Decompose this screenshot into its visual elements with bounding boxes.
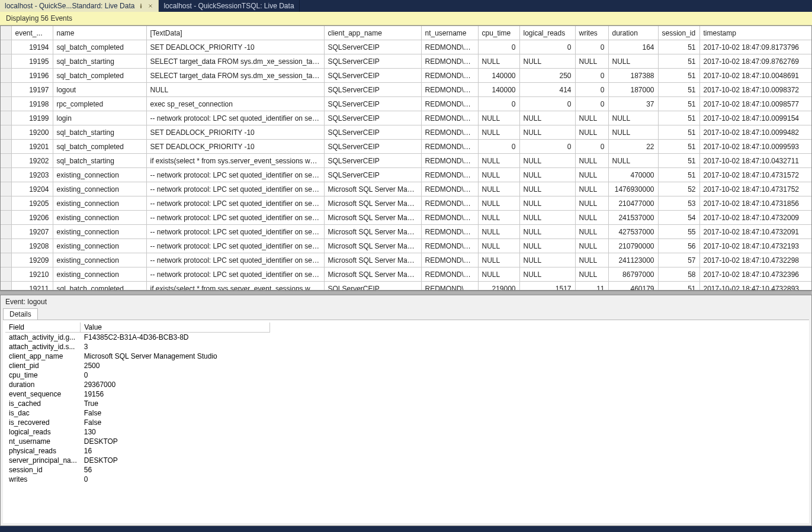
cell-writes[interactable]: 0 [575,40,608,54]
cell-text[interactable]: -- network protocol: LPC set quoted_iden… [146,267,324,282]
cell-name[interactable]: sql_batch_completed [53,282,146,291]
col-nt-username[interactable]: nt_username [421,26,478,40]
details-row[interactable]: client_pid2500 [5,361,270,370]
table-row[interactable]: 19207existing_connection-- network proto… [1,225,812,239]
cell-ts[interactable]: 2017-10-02 18:47:10.4731572 [699,168,812,182]
col-session-id[interactable]: session_id [658,26,699,40]
detail-field[interactable]: client_pid [5,361,81,370]
table-row[interactable]: 19209existing_connection-- network proto… [1,253,812,267]
details-row[interactable]: client_app_nameMicrosoft SQL Server Mana… [5,352,270,361]
cell-reads[interactable]: NULL [519,125,575,140]
cell-sid[interactable]: 51 [658,125,699,140]
cell-seq[interactable]: 19203 [11,168,53,182]
cell-ts[interactable]: 2017-10-02 18:47:10.4731752 [699,182,812,196]
cell-cpu[interactable]: 0 [478,140,519,154]
cell-ts[interactable]: 2017-10-02 18:47:10.4732091 [699,225,812,239]
detail-value[interactable]: True [81,399,270,408]
cell-app[interactable]: SQLServerCEIP [324,83,421,97]
table-row[interactable]: 19205existing_connection-- network proto… [1,196,812,211]
cell-reads[interactable]: NULL [519,111,575,125]
pin-icon[interactable] [138,3,144,9]
rowheader-column[interactable] [1,26,11,40]
cell-writes[interactable]: NULL [575,168,608,182]
cell-user[interactable]: REDMOND\DES... [421,111,478,125]
cell-dur[interactable]: NULL [608,154,658,168]
cell-writes[interactable]: NULL [575,225,608,239]
row-header[interactable] [1,111,11,125]
detail-field[interactable]: writes [5,475,81,484]
cell-ts[interactable]: 2017-10-02 18:47:10.4732193 [699,239,812,253]
cell-dur[interactable]: 210477000 [608,196,658,211]
cell-reads[interactable]: 0 [519,97,575,111]
cell-dur[interactable]: 37 [608,97,658,111]
table-row[interactable]: 19206existing_connection-- network proto… [1,211,812,225]
detail-value[interactable]: 16 [81,446,270,456]
table-row[interactable]: 19197logoutNULLSQLServerCEIPREDMOND\DES.… [1,83,812,97]
cell-dur[interactable]: 210790000 [608,239,658,253]
cell-reads[interactable]: NULL [519,239,575,253]
col-client-app[interactable]: client_app_name [324,26,421,40]
col-textdata[interactable]: [TextData] [146,26,324,40]
cell-writes[interactable]: NULL [575,196,608,211]
table-row[interactable]: 19203existing_connection-- network proto… [1,168,812,182]
col-timestamp[interactable]: timestamp [699,26,812,40]
cell-sid[interactable]: 51 [658,140,699,154]
cell-app[interactable]: Microsoft SQL Server Manage... [324,239,421,253]
cell-cpu[interactable]: NULL [478,267,519,282]
cell-user[interactable]: REDMOND\DES... [421,168,478,182]
row-header[interactable] [1,125,11,140]
cell-user[interactable]: REDMOND\DES... [421,125,478,140]
cell-user[interactable]: REDMOND\DES... [421,182,478,196]
detail-field[interactable]: nt_username [5,437,81,446]
cell-sid[interactable]: 54 [658,211,699,225]
cell-reads[interactable]: 250 [519,69,575,83]
cell-dur[interactable]: 427537000 [608,225,658,239]
cell-user[interactable]: REDMOND\DES... [421,239,478,253]
table-row[interactable]: 19204existing_connection-- network proto… [1,182,812,196]
cell-seq[interactable]: 19211 [11,282,53,291]
row-header[interactable] [1,40,11,54]
cell-user[interactable]: REDMOND\DES... [421,97,478,111]
cell-text[interactable]: -- network protocol: LPC set quoted_iden… [146,196,324,211]
cell-user[interactable]: REDMOND\DES... [421,54,478,69]
cell-sid[interactable]: 56 [658,239,699,253]
detail-field[interactable]: physical_reads [5,446,81,456]
cell-reads[interactable]: NULL [519,225,575,239]
cell-seq[interactable]: 19195 [11,54,53,69]
col-logical-reads[interactable]: logical_reads [519,26,575,40]
cell-name[interactable]: existing_connection [53,225,146,239]
cell-seq[interactable]: 19206 [11,211,53,225]
cell-dur[interactable]: 22 [608,140,658,154]
cell-text[interactable]: -- network protocol: LPC set quoted_iden… [146,211,324,225]
table-row[interactable]: 19200sql_batch_startingSET DEADLOCK_PRIO… [1,125,812,140]
cell-ts[interactable]: 2017-10-02 18:47:10.0048691 [699,69,812,83]
cell-ts[interactable]: 2017-10-02 18:47:10.4732298 [699,253,812,267]
cell-sid[interactable]: 51 [658,282,699,291]
table-row[interactable]: 19198rpc_completedexec sp_reset_connecti… [1,97,812,111]
cell-dur[interactable]: 1476930000 [608,182,658,196]
cell-sid[interactable]: 51 [658,154,699,168]
row-header[interactable] [1,196,11,211]
cell-app[interactable]: SQLServerCEIP [324,140,421,154]
cell-dur[interactable]: 241537000 [608,211,658,225]
cell-ts[interactable]: 2017-10-02 18:47:10.0432711 [699,154,812,168]
cell-seq[interactable]: 19204 [11,182,53,196]
cell-reads[interactable]: NULL [519,182,575,196]
details-col-value[interactable]: Value [81,323,270,333]
detail-field[interactable]: event_sequence [5,389,81,399]
detail-value[interactable]: DESKTOP [81,456,270,465]
cell-text[interactable]: exec sp_reset_connection [146,97,324,111]
details-row[interactable]: logical_reads130 [5,427,270,437]
cell-writes[interactable]: 0 [575,97,608,111]
detail-field[interactable]: cpu_time [5,370,81,380]
col-event-sequence[interactable]: event_... [11,26,53,40]
cell-app[interactable]: SQLServerCEIP [324,125,421,140]
cell-reads[interactable]: NULL [519,154,575,168]
cell-seq[interactable]: 19200 [11,125,53,140]
cell-writes[interactable]: NULL [575,125,608,140]
cell-seq[interactable]: 19196 [11,69,53,83]
cell-name[interactable]: existing_connection [53,267,146,282]
cell-text[interactable]: SET DEADLOCK_PRIORITY -10 [146,40,324,54]
cell-user[interactable]: REDMOND\DES... [421,253,478,267]
cell-user[interactable]: REDMOND\DES... [421,154,478,168]
